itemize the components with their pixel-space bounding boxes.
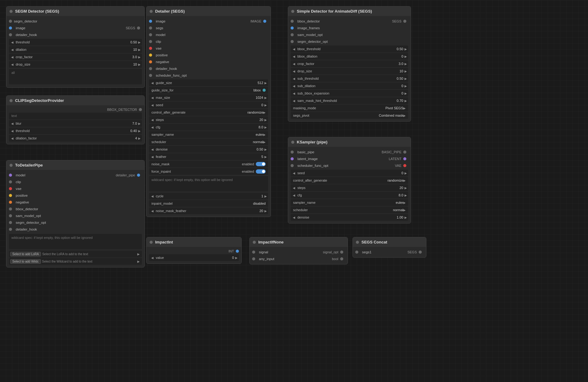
wildcard-arrow[interactable]: ▶ [136,260,141,263]
arrow-right-sub-bbox[interactable]: ▶ [405,92,407,95]
slider-sub-dilation[interactable]: ◀ sub_dilation 0 ▶ [291,82,408,89]
slider-denoise-det[interactable]: ◀ denoise 0.50 ▶ [149,146,268,153]
toggle-switch-noise-mask[interactable] [256,162,266,166]
dropdown-sampler-ks[interactable]: sampler_name euler ▶ [291,199,408,206]
arrow-right-drop[interactable]: ▶ [138,63,141,66]
arrow-left-guide[interactable]: ◀ [150,81,155,85]
arrow-right-dilation[interactable]: ▶ [138,48,141,51]
arrow-left-drop[interactable]: ◀ [10,63,14,66]
dropdown-masking-mode[interactable]: masking_mode Pivot SEGS ▶ [291,105,408,111]
slider-value-int[interactable]: ◀ value 0 ▶ [149,254,239,261]
arrow-right-sub-thresh[interactable]: ▶ [405,77,407,80]
dropdown-guide-size-for[interactable]: guide_size_for bbox [149,87,268,94]
slider-sam-hint-thresh[interactable]: ◀ sam_mask_hint_threshold 0.70 ▶ [291,97,408,104]
arrow-left-steps[interactable]: ◀ [150,118,155,122]
arrow-right-bbox-dil[interactable]: ▶ [405,55,407,58]
arrow-right-seed-ks[interactable]: ▶ [405,171,407,175]
arrow-right-threshold[interactable]: ▶ [138,41,141,44]
arrow-scheduler-ks[interactable]: ▶ [403,208,406,212]
arrow-right-blur[interactable]: ▶ [138,122,141,125]
arrow-right-drop-simple[interactable]: ▶ [405,70,407,73]
arrow-right-bbox-thresh[interactable]: ▶ [405,47,407,51]
arrow-left-sam-hint[interactable]: ◀ [292,99,296,103]
arrow-right-dil-factor[interactable]: ▶ [138,137,141,140]
arrow-left-sub-thresh[interactable]: ◀ [292,77,296,80]
arrow-segs-pivot[interactable]: ▶ [403,114,406,117]
dropdown-segs-pivot[interactable]: segs_pivot Combined mask ▶ [291,112,408,119]
slider-sub-threshold[interactable]: ◀ sub_threshold 0.50 ▶ [291,75,408,82]
arrow-right-crop-simple[interactable]: ▶ [405,62,407,66]
slider-crop-factor[interactable]: ◀ crop_factor 3.0 ▶ [9,54,142,60]
arrow-left-blur[interactable]: ◀ [10,122,14,125]
arrow-left-threshold-clip[interactable]: ◀ [10,129,14,133]
arrow-left-crop-simple[interactable]: ◀ [292,62,296,66]
arrow-right-steps-ks[interactable]: ▶ [405,186,407,190]
arrow-left-seed[interactable]: ◀ [150,103,155,107]
arrow-right-sub-dil[interactable]: ▶ [405,84,407,88]
arrow-control-after-ks[interactable]: ▶ [403,179,406,182]
arrow-right-threshold-clip[interactable]: ▶ [138,129,141,133]
slider-dilation-factor[interactable]: ◀ dilation_factor 4 ▶ [9,135,142,142]
slider-bbox-dilation[interactable]: ◀ bbox_dilation 0 ▶ [291,53,408,60]
toggle-noise-mask[interactable]: noise_mask enabled [149,161,268,167]
arrow-right-denoise-ks[interactable]: ▶ [405,216,407,219]
arrow-masking-mode[interactable]: ▶ [403,107,406,110]
slider-cfg-ks[interactable]: ◀ cfg 8.0 ▶ [291,192,408,199]
arrow-right-denoise[interactable]: ▶ [264,148,267,151]
slider-steps-ks[interactable]: ◀ steps 20 ▶ [291,184,408,191]
btn-row-lora[interactable]: Select to add LoRA Select the LoRA to ad… [9,251,142,257]
arrow-left-denoise[interactable]: ◀ [150,148,155,151]
slider-steps-det[interactable]: ◀ steps 20 ▶ [149,116,268,123]
slider-threshold-clip[interactable]: ◀ threshold 0.40 ▶ [9,127,142,134]
slider-noise-mask-feather[interactable]: ◀ noise_mask_feather 20 ▶ [149,207,268,214]
slider-seed-det[interactable]: ◀ seed 0 ▶ [149,102,268,108]
arrow-left-cycle[interactable]: ◀ [150,195,155,198]
toggle-force-inpaint[interactable]: force_inpaint enabled [149,168,268,175]
arrow-left-max[interactable]: ◀ [150,96,155,99]
arrow-left-sub-dil[interactable]: ◀ [292,84,296,88]
select-wildcard-button[interactable]: Select to add Wildc [10,259,41,264]
arrow-left-feather[interactable]: ◀ [150,155,155,159]
slider-max-size[interactable]: ◀ max_size 1024 ▶ [149,94,268,101]
btn-row-wildcard[interactable]: Select to add Wildc Select the Wildcard … [9,258,142,265]
arrow-sampler-det[interactable]: ▶ [263,133,266,136]
arrow-right-max[interactable]: ▶ [264,96,267,99]
arrow-left-bbox-thresh[interactable]: ◀ [292,47,296,51]
slider-guide-size[interactable]: ◀ guide_size 512 ▶ [149,79,268,86]
dropdown-inpaint-model[interactable]: inpaint_model disabled [149,200,268,207]
arrow-left-sub-bbox[interactable]: ◀ [292,92,296,95]
arrow-left-seed-ks[interactable]: ◀ [292,171,296,175]
slider-threshold[interactable]: ◀ threshold 0.50 ▶ [9,39,142,46]
arrow-left-threshold[interactable]: ◀ [10,41,14,44]
slider-dilation[interactable]: ◀ dilation 10 ▶ [9,46,142,53]
arrow-left-bbox-dil[interactable]: ◀ [292,55,296,58]
arrow-control-after[interactable]: ▶ [263,111,266,114]
arrow-right-steps[interactable]: ▶ [264,118,267,122]
arrow-right-cfg-ks[interactable]: ▶ [405,194,407,197]
slider-cycle[interactable]: ◀ cycle 1 ▶ [149,193,268,199]
arrow-right-cycle[interactable]: ▶ [264,195,267,198]
dropdown-sampler-det[interactable]: sampler_name euler ▶ [149,131,268,138]
toggle-switch-force-inpaint[interactable] [256,169,266,174]
arrow-left-cfg-ks[interactable]: ◀ [292,194,296,197]
arrow-right-guide[interactable]: ▶ [264,81,267,85]
arrow-right-value-int[interactable]: ▶ [235,256,238,259]
arrow-left-denoise-ks[interactable]: ◀ [292,216,296,219]
arrow-scheduler-det[interactable]: ▶ [263,140,266,144]
slider-denoise-ks[interactable]: ◀ denoise 1.00 ▶ [291,214,408,221]
arrow-left-drop-simple[interactable]: ◀ [292,70,296,73]
slider-crop-factor-simple[interactable]: ◀ crop_factor 3.0 ▶ [291,60,408,67]
slider-seed-ks[interactable]: ◀ seed 0 ▶ [291,170,408,176]
lora-arrow[interactable]: ▶ [136,252,141,256]
slider-blur[interactable]: ◀ blur 7.0 ▶ [9,120,142,127]
select-lora-button[interactable]: Select to add LoRA [10,252,41,256]
arrow-left-dil-factor[interactable]: ◀ [10,137,14,140]
dropdown-control-after[interactable]: control_after_generate randomize ▶ [149,109,268,116]
dropdown-scheduler-det[interactable]: scheduler normal ▶ [149,139,268,145]
slider-drop-size-simple[interactable]: ◀ drop_size 10 ▶ [291,68,408,74]
clipseg-text-input[interactable]: text [9,113,142,119]
arrow-right-feather[interactable]: ▶ [264,155,267,159]
arrow-right-seed[interactable]: ▶ [264,103,267,107]
arrow-right-nmf[interactable]: ▶ [264,209,267,213]
slider-cfg-det[interactable]: ◀ cfg 8.0 ▶ [149,124,268,131]
